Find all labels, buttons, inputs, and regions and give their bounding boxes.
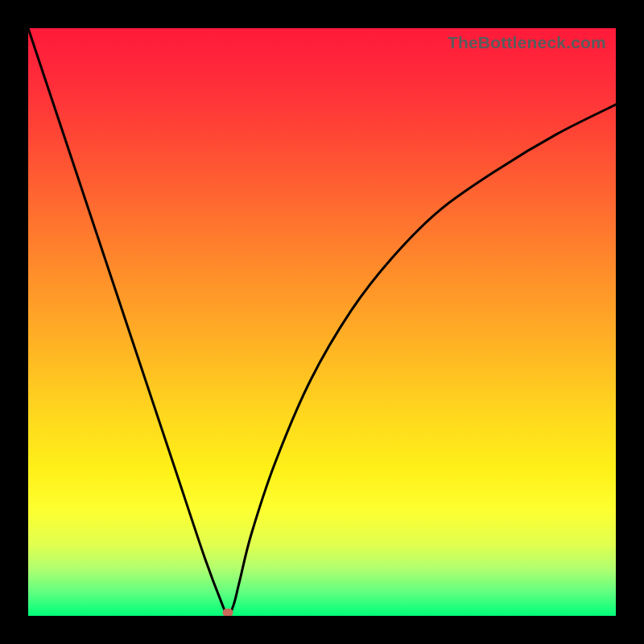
plot-area: TheBottleneck.com xyxy=(28,28,616,616)
watermark-text: TheBottleneck.com xyxy=(448,33,606,52)
curve-svg xyxy=(28,28,616,616)
minimum-marker xyxy=(223,609,233,616)
bottleneck-curve-path xyxy=(28,28,616,616)
chart-frame: TheBottleneck.com xyxy=(0,0,644,644)
